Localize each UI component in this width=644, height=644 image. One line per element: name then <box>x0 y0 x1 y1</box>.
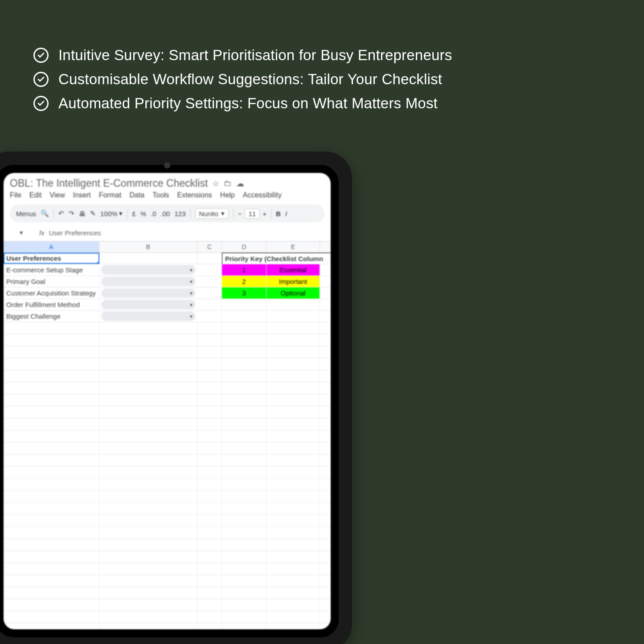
cell-c1[interactable] <box>197 253 222 264</box>
spreadsheet-grid[interactable]: A B C D E User Preferences Priority Key … <box>4 241 331 629</box>
priority-label[interactable]: Essential <box>267 264 320 275</box>
menu-accessibility[interactable]: Accessibility <box>243 191 282 199</box>
font-size-control: − 11 + <box>238 209 267 219</box>
feature-text: Intuitive Survey: Smart Prioritisation f… <box>58 47 452 64</box>
chevron-down-icon: ▾ <box>190 267 193 273</box>
pref-dropdown[interactable]: ▾ <box>101 300 196 309</box>
formula-content[interactable]: User Preferences <box>49 229 101 237</box>
grid-row: Biggest Challenge ▾ <box>4 311 331 322</box>
cloud-icon[interactable]: ☁ <box>236 179 244 189</box>
doc-title-icons: ☆ 🗀 ☁ <box>212 179 244 189</box>
grid-row: User Preferences Priority Key (Checklist… <box>4 253 331 264</box>
priority-label[interactable]: Important <box>267 276 320 287</box>
currency-button[interactable]: £ <box>132 210 135 217</box>
google-sheets-app: OBL: The Intelligent E-Commerce Checklis… <box>4 173 331 629</box>
separator <box>190 209 191 218</box>
priority-num[interactable]: 3 <box>222 287 267 299</box>
column-headers: A B C D E <box>4 242 331 253</box>
doc-title-row: OBL: The Intelligent E-Commerce Checklis… <box>10 177 324 189</box>
menu-tools[interactable]: Tools <box>152 191 169 199</box>
grid-row: E-commerce Setup Stage ▾ 1 Essential <box>4 264 331 276</box>
decrease-decimal-button[interactable]: .0 <box>151 210 156 217</box>
bold-button[interactable]: B <box>276 210 281 217</box>
menus-button[interactable]: Menus <box>16 210 36 217</box>
grid-row: Primary Goal ▾ 2 Important <box>4 276 331 287</box>
italic-button[interactable]: I <box>285 210 287 217</box>
feature-item: Intuitive Survey: Smart Prioritisation f… <box>33 47 617 64</box>
percent-button[interactable]: % <box>140 210 146 217</box>
move-icon[interactable]: 🗀 <box>224 179 232 189</box>
feature-item: Customisable Workflow Suggestions: Tailo… <box>33 71 617 88</box>
cell[interactable] <box>222 299 267 310</box>
cell[interactable] <box>197 276 222 287</box>
priority-label[interactable]: Optional <box>267 287 320 299</box>
feature-text: Automated Priority Settings: Focus on Wh… <box>58 95 438 112</box>
pref-label[interactable]: Biggest Challenge <box>4 311 99 322</box>
check-icon <box>33 48 49 63</box>
menu-insert[interactable]: Insert <box>73 191 91 199</box>
cell[interactable] <box>267 311 320 322</box>
pref-label[interactable]: Primary Goal <box>4 276 99 287</box>
undo-icon[interactable]: ↶ <box>58 209 64 217</box>
increase-decimal-button[interactable]: .00 <box>161 210 170 217</box>
pref-dropdown[interactable]: ▾ <box>101 288 196 298</box>
check-icon <box>33 96 49 111</box>
cell[interactable] <box>197 299 222 310</box>
pref-label[interactable]: E-commerce Setup Stage <box>4 264 99 275</box>
col-header-e[interactable]: E <box>267 242 320 252</box>
tablet-frame: OBL: The Intelligent E-Commerce Checklis… <box>0 152 352 644</box>
grid-row: Customer Acquisition Strategy ▾ 3 Option… <box>4 287 331 299</box>
separator <box>233 209 234 218</box>
separator <box>127 209 127 218</box>
pref-dropdown[interactable]: ▾ <box>101 265 196 275</box>
menu-file[interactable]: File <box>10 191 21 199</box>
increase-font-button[interactable]: + <box>263 210 267 217</box>
redo-icon[interactable]: ↷ <box>69 209 74 217</box>
pref-label[interactable]: Order Fulfillment Method <box>4 299 99 310</box>
chevron-down-icon: ▾ <box>190 313 193 320</box>
pref-dropdown[interactable]: ▾ <box>101 277 196 286</box>
feature-item: Automated Priority Settings: Focus on Wh… <box>33 95 617 112</box>
cell[interactable] <box>267 299 320 310</box>
decrease-font-button[interactable]: − <box>238 210 242 217</box>
font-size-value[interactable]: 11 <box>245 209 260 219</box>
font-dropdown[interactable]: Nunito ▾ <box>195 208 229 219</box>
separator <box>53 209 54 218</box>
print-icon[interactable]: 🖶 <box>79 210 86 217</box>
menu-help[interactable]: Help <box>220 191 235 199</box>
tablet-screen: OBL: The Intelligent E-Commerce Checklis… <box>4 173 331 629</box>
number-format-button[interactable]: 123 <box>174 210 185 217</box>
priority-num[interactable]: 2 <box>222 276 267 287</box>
star-icon[interactable]: ☆ <box>212 179 219 189</box>
pref-dropdown[interactable]: ▾ <box>101 312 196 321</box>
tablet-bezel: OBL: The Intelligent E-Commerce Checklis… <box>0 165 339 637</box>
col-header-a[interactable]: A <box>4 242 99 252</box>
feature-list: Intuitive Survey: Smart Prioritisation f… <box>33 47 617 119</box>
name-box-dropdown[interactable]: ▾ <box>12 229 30 237</box>
paint-format-icon[interactable]: ✎ <box>90 209 96 217</box>
menu-edit[interactable]: Edit <box>29 191 42 199</box>
col-header-c[interactable]: C <box>197 242 222 252</box>
priority-key-header[interactable]: Priority Key (Checklist Column <box>222 253 331 264</box>
menu-extensions[interactable]: Extensions <box>177 191 212 199</box>
col-header-b[interactable]: B <box>99 242 197 252</box>
col-header-d[interactable]: D <box>222 242 267 252</box>
search-icon[interactable]: 🔍 <box>41 209 49 217</box>
cell-a1[interactable]: User Preferences <box>4 253 99 264</box>
cell[interactable] <box>197 311 222 322</box>
doc-title[interactable]: OBL: The Intelligent E-Commerce Checklis… <box>10 177 208 189</box>
cell[interactable] <box>222 311 267 322</box>
chevron-down-icon: ▾ <box>221 209 225 217</box>
cell[interactable] <box>197 264 222 275</box>
zoom-dropdown[interactable]: 100% ▾ <box>100 209 123 217</box>
priority-num[interactable]: 1 <box>222 264 267 275</box>
cell[interactable] <box>197 287 222 299</box>
chevron-down-icon: ▾ <box>190 279 193 285</box>
cell-b1[interactable] <box>99 253 197 264</box>
check-icon <box>33 72 49 87</box>
menu-data[interactable]: Data <box>129 191 144 199</box>
toolbar: Menus 🔍 ↶ ↷ 🖶 ✎ 100% ▾ £ % .0 .00 <box>10 205 324 222</box>
pref-label[interactable]: Customer Acquisition Strategy <box>4 287 99 299</box>
menu-view[interactable]: View <box>49 191 65 199</box>
menu-format[interactable]: Format <box>99 191 122 199</box>
